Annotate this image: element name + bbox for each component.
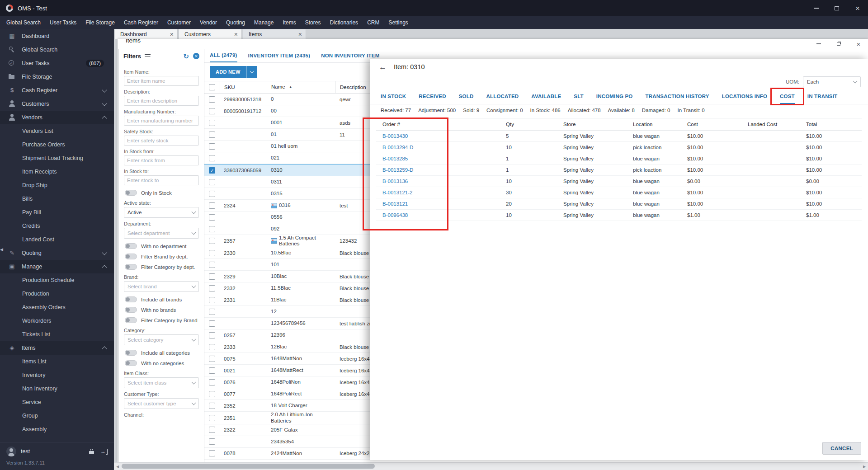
- row-checkbox[interactable]: [209, 379, 215, 385]
- horizontal-scrollbar[interactable]: ◀ ▶: [114, 462, 868, 470]
- filter-select-active-state[interactable]: Active: [124, 207, 199, 218]
- sidebar-item-credits[interactable]: Credits: [0, 219, 114, 233]
- detail-tab-slt[interactable]: SLT: [574, 89, 583, 104]
- column-header-location[interactable]: Location: [627, 122, 681, 127]
- sidebar-item-vendors-list[interactable]: Vendors List: [0, 124, 114, 138]
- column-header-landed-cost[interactable]: Landed Cost: [741, 122, 800, 127]
- detail-tab-locations-info[interactable]: LOCATIONS INFO: [722, 89, 767, 104]
- menu-item-quoting[interactable]: Quoting: [222, 16, 250, 29]
- sidebar-item-drop-ship[interactable]: Drop Ship: [0, 179, 114, 192]
- row-checkbox[interactable]: [209, 250, 215, 256]
- row-checkbox[interactable]: [209, 320, 215, 327]
- column-header-order[interactable]: Order #: [376, 122, 500, 127]
- sidebar-item-items-list[interactable]: Items List: [0, 355, 114, 368]
- row-checkbox[interactable]: [209, 226, 215, 232]
- sidebar-item-file-storage[interactable]: File Storage: [0, 70, 114, 84]
- cancel-button[interactable]: CANCEL: [822, 442, 861, 455]
- uom-select[interactable]: Each: [803, 76, 861, 87]
- row-checkbox[interactable]: [209, 367, 215, 374]
- sidebar-item-customers[interactable]: Customers: [0, 97, 114, 111]
- row-checkbox[interactable]: [209, 120, 215, 126]
- row-checkbox[interactable]: [209, 297, 215, 303]
- detail-tab-received[interactable]: RECEIVED: [419, 89, 446, 104]
- order-link[interactable]: B-0013121: [382, 201, 408, 207]
- detail-table-row[interactable]: B-00134305Spring Valleyblue wagan$10.00$…: [376, 131, 862, 142]
- close-icon[interactable]: ×: [298, 31, 302, 38]
- sidebar-item-purchase-orders[interactable]: Purchase Orders: [0, 138, 114, 151]
- back-button[interactable]: ←: [379, 63, 387, 71]
- detail-table-row[interactable]: B-00132851Spring Valleyblue wagan$10.00$…: [376, 153, 862, 164]
- detail-table-row[interactable]: B-001312120Spring Valleyblue wagan$10.00…: [376, 198, 862, 210]
- add-new-button[interactable]: ADD NEW: [210, 66, 246, 78]
- row-checkbox[interactable]: [209, 143, 215, 150]
- column-header-qty[interactable]: Qty: [500, 122, 557, 127]
- menu-item-vendor[interactable]: Vendor: [195, 16, 222, 29]
- row-checkbox[interactable]: [209, 262, 215, 268]
- row-checkbox[interactable]: [209, 285, 215, 291]
- row-checkbox[interactable]: [209, 179, 215, 185]
- toggle-switch[interactable]: [125, 360, 137, 366]
- detail-table-row[interactable]: B-009643810Spring Valleyblue wagan$1.00$…: [376, 210, 862, 221]
- menu-item-cash-register[interactable]: Cash Register: [119, 16, 163, 29]
- row-checkbox[interactable]: [209, 155, 215, 161]
- menu-item-customer[interactable]: Customer: [163, 16, 195, 29]
- filter-select-department[interactable]: Select department: [124, 228, 199, 239]
- toggle-switch[interactable]: [125, 350, 137, 356]
- close-button[interactable]: ×: [847, 0, 868, 16]
- sidebar-item-tickets-list[interactable]: Tickets List: [0, 328, 114, 341]
- row-checkbox[interactable]: [209, 403, 215, 409]
- scrollbar-thumb[interactable]: [122, 464, 375, 469]
- sidebar-item-pay-bill[interactable]: Pay Bill: [0, 206, 114, 219]
- row-checkbox[interactable]: [209, 450, 215, 456]
- row-checkbox[interactable]: [209, 167, 215, 174]
- items-window-restore-button[interactable]: [835, 41, 842, 47]
- order-link[interactable]: B-0013136: [382, 179, 408, 184]
- collapse-sidebar-button[interactable]: ◀: [0, 244, 5, 255]
- tab-items[interactable]: Items×: [243, 29, 306, 39]
- tab-customers[interactable]: Customers×: [179, 29, 242, 39]
- close-icon[interactable]: ×: [234, 31, 238, 38]
- sidebar-item-inventory[interactable]: Inventory: [0, 368, 114, 382]
- menu-item-stores[interactable]: Stores: [301, 16, 326, 29]
- toggle-switch[interactable]: [125, 317, 137, 323]
- maximize-button[interactable]: [826, 0, 847, 16]
- menu-item-crm[interactable]: CRM: [363, 16, 384, 29]
- sidebar-item-production-schedule[interactable]: Production Schedule: [0, 273, 114, 287]
- menu-item-items[interactable]: Items: [278, 16, 300, 29]
- menu-item-user-tasks[interactable]: User Tasks: [45, 16, 81, 29]
- detail-table-row[interactable]: B-0013294-D10Spring Valleypick loaction$…: [376, 142, 862, 153]
- menu-item-global-search[interactable]: Global Search: [2, 16, 45, 29]
- select-all-checkbox[interactable]: [209, 84, 215, 90]
- detail-tab-incoming-po[interactable]: INCOMING PO: [596, 89, 633, 104]
- toggle-switch[interactable]: [125, 190, 137, 196]
- sidebar-item-dashboard[interactable]: Dashboard: [0, 29, 114, 43]
- order-link[interactable]: B-0013285: [382, 156, 408, 161]
- detail-table-row[interactable]: B-001313610Spring Valleyblue wagan$0.00$…: [376, 176, 862, 187]
- column-header-total[interactable]: Total: [800, 122, 862, 127]
- order-link[interactable]: B-0013430: [382, 133, 408, 139]
- order-link[interactable]: B-0096438: [382, 212, 408, 218]
- detail-tab-available[interactable]: AVAILABLE: [531, 89, 561, 104]
- row-checkbox[interactable]: [209, 214, 215, 221]
- tab-dashboard[interactable]: Dashboard×: [114, 29, 178, 39]
- detail-table-row[interactable]: B-0013259-D1Spring Valleypick loaction$1…: [376, 164, 862, 176]
- menu-item-settings[interactable]: Settings: [384, 16, 412, 29]
- sidebar-item-quoting[interactable]: Quoting: [0, 246, 114, 260]
- row-checkbox[interactable]: [209, 344, 215, 350]
- items-window-minimize-button[interactable]: [816, 41, 822, 47]
- row-checkbox[interactable]: [209, 332, 215, 338]
- row-checkbox[interactable]: [209, 415, 215, 421]
- row-checkbox[interactable]: [209, 96, 215, 103]
- detail-tab-allocated[interactable]: ALLOCATED: [486, 89, 519, 104]
- filter-input-safety-stock[interactable]: [124, 136, 199, 146]
- sidebar-item-item-receipts[interactable]: Item Receipts: [0, 165, 114, 179]
- sidebar-item-global-search[interactable]: Global Search: [0, 43, 114, 56]
- lock-icon[interactable]: [89, 449, 94, 455]
- sidebar-item-assembly-orders[interactable]: Assembly Orders: [0, 301, 114, 314]
- items-window-close-button[interactable]: ×: [855, 41, 862, 47]
- add-new-dropdown-button[interactable]: [246, 66, 257, 78]
- sidebar-item-landed-cost[interactable]: Landed Cost: [0, 233, 114, 246]
- sidebar-item-production[interactable]: Production: [0, 287, 114, 301]
- sidebar-item-group[interactable]: Group: [0, 409, 114, 423]
- filter-select-category[interactable]: Select category: [124, 334, 199, 345]
